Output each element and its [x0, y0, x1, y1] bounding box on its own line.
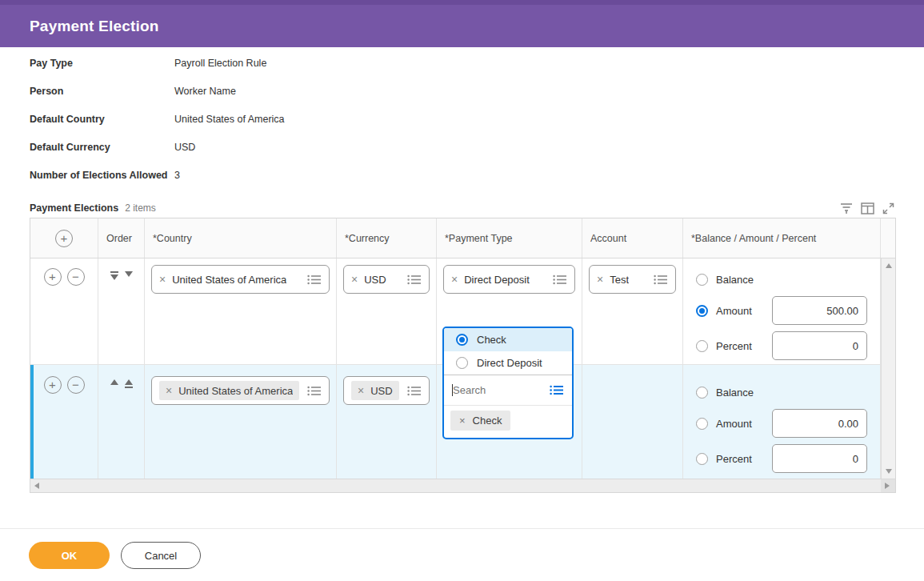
- remove-payment-type-icon[interactable]: ×: [451, 273, 458, 286]
- prompt-icon[interactable]: [407, 274, 422, 285]
- scroll-up-icon[interactable]: [886, 263, 892, 268]
- payment-election-page: Payment Election Pay Type Payroll Electi…: [0, 0, 924, 581]
- currency-chip: × USD: [351, 381, 399, 400]
- row1-country-cell: × United States of America: [145, 258, 337, 366]
- scrollbar-corner: [881, 479, 895, 492]
- selected-row-indicator: [30, 365, 34, 479]
- dropdown-option-direct-deposit[interactable]: Direct Deposit: [444, 351, 572, 375]
- ok-button[interactable]: OK: [29, 542, 110, 569]
- move-to-bottom-icon[interactable]: [110, 271, 118, 280]
- remove-currency-icon[interactable]: ×: [351, 273, 358, 286]
- grid-view-icon[interactable]: [861, 202, 874, 214]
- scroll-down-icon[interactable]: [886, 469, 892, 474]
- row2-percent-input[interactable]: [772, 444, 867, 473]
- prompt-icon[interactable]: [407, 386, 422, 396]
- grid-title: Payment Elections: [30, 202, 118, 214]
- grid-header-bar: Payment Elections 2 items: [30, 200, 894, 216]
- row1-percent-radio[interactable]: [696, 340, 708, 352]
- row2-remove-button[interactable]: −: [67, 376, 85, 394]
- prompt-icon[interactable]: [307, 386, 322, 396]
- row2-balance-radio[interactable]: [696, 387, 708, 399]
- column-header-country: *Country: [145, 218, 337, 258]
- row2-country-field[interactable]: × United States of America: [151, 376, 330, 405]
- remove-country-icon[interactable]: ×: [159, 273, 166, 286]
- row1-payment-type-field[interactable]: × Direct Deposit: [443, 265, 575, 294]
- row1-payment-type-value: Direct Deposit: [464, 274, 530, 286]
- move-to-top-icon[interactable]: [125, 379, 133, 388]
- pay-type-label: Pay Type: [30, 58, 174, 69]
- row1-amount-radio[interactable]: [696, 305, 708, 317]
- row1-remove-button[interactable]: −: [67, 268, 85, 286]
- move-down-icon[interactable]: [125, 271, 133, 280]
- vertical-scrollbar[interactable]: [881, 258, 895, 479]
- row1-country-field[interactable]: × United States of America: [151, 265, 330, 294]
- info-row-elections-allowed: Number of Elections Allowed 3: [30, 161, 285, 189]
- prompt-icon-active[interactable]: [550, 385, 564, 395]
- option-check-radio[interactable]: [456, 334, 468, 346]
- remove-chip-icon[interactable]: ×: [459, 415, 466, 427]
- search-input[interactable]: [453, 384, 550, 396]
- option-direct-deposit-radio[interactable]: [456, 357, 468, 369]
- default-country-label: Default Country: [30, 114, 174, 125]
- row1-account-cell: × Test: [582, 258, 683, 366]
- info-row-default-currency: Default Currency USD: [30, 133, 285, 161]
- filter-icon[interactable]: [840, 202, 853, 214]
- row2-country-value: United States of America: [178, 385, 293, 397]
- row1-country-value: United States of America: [172, 274, 286, 286]
- prompt-icon[interactable]: [654, 274, 668, 285]
- row1-actions-cell: + −: [30, 258, 98, 366]
- table-header-row: + Order *Country *Currency *Payment Type…: [30, 218, 895, 258]
- row1-account-field[interactable]: × Test: [589, 265, 676, 294]
- remove-currency-icon[interactable]: ×: [358, 384, 364, 397]
- scroll-left-icon[interactable]: [34, 483, 39, 489]
- column-header-account: Account: [582, 218, 683, 258]
- scroll-right-icon[interactable]: [885, 483, 890, 489]
- row2-amount-radio[interactable]: [696, 418, 708, 430]
- selected-chip-label: Check: [473, 415, 502, 427]
- row2-currency-value: USD: [370, 385, 392, 397]
- column-header-currency: *Currency: [337, 218, 437, 258]
- page-header-bar: Payment Election: [0, 0, 924, 47]
- person-label: Person: [30, 86, 174, 97]
- payment-type-dropdown: Check Direct Deposit × Check: [442, 327, 574, 439]
- info-row-person: Person Worker Name: [30, 77, 285, 105]
- remove-country-icon[interactable]: ×: [166, 384, 172, 397]
- elections-allowed-label: Number of Elections Allowed: [30, 170, 174, 181]
- row1-amount-radio-label: Amount: [716, 305, 762, 317]
- column-header-balance: *Balance / Amount / Percent: [683, 218, 881, 258]
- row2-amount-input[interactable]: [772, 409, 867, 438]
- row2-insert-button[interactable]: +: [44, 376, 62, 394]
- header-add-cell: +: [30, 218, 98, 258]
- person-value: Worker Name: [174, 86, 236, 97]
- country-chip: × United States of America: [159, 381, 299, 400]
- row2-percent-radio[interactable]: [696, 453, 708, 465]
- grid-item-count: 2 items: [125, 202, 156, 214]
- prompt-icon[interactable]: [307, 274, 322, 285]
- option-direct-deposit-label: Direct Deposit: [477, 357, 542, 369]
- row1-balance-radio[interactable]: [696, 274, 708, 286]
- grid-toolbar: [840, 202, 894, 214]
- expand-icon[interactable]: [882, 202, 894, 214]
- remove-account-icon[interactable]: ×: [597, 273, 603, 286]
- move-up-icon[interactable]: [110, 379, 118, 388]
- row1-insert-button[interactable]: +: [44, 268, 62, 286]
- selected-chip: × Check: [450, 411, 510, 431]
- row2-currency-field[interactable]: × USD: [343, 376, 430, 405]
- row1-currency-field[interactable]: × USD: [343, 265, 430, 294]
- row1-amount-input[interactable]: [772, 296, 867, 325]
- dropdown-search-row: [444, 375, 572, 405]
- row1-percent-radio-label: Percent: [716, 340, 762, 352]
- row1-percent-input[interactable]: [772, 331, 867, 360]
- header-scrollbar-cell: [881, 218, 895, 258]
- default-currency-value: USD: [174, 142, 195, 153]
- pay-type-value: Payroll Election Rule: [174, 58, 266, 69]
- row2-balance-radio-label: Balance: [716, 387, 762, 399]
- cancel-button[interactable]: Cancel: [121, 542, 201, 569]
- prompt-icon[interactable]: [553, 274, 567, 285]
- row2-account-cell: [582, 365, 683, 479]
- row2-currency-cell: × USD: [337, 365, 437, 479]
- add-row-button[interactable]: +: [55, 230, 73, 247]
- horizontal-scrollbar[interactable]: [30, 479, 881, 492]
- dropdown-option-check[interactable]: Check: [444, 328, 572, 351]
- row2-balance-cell: Balance Amount Percent: [683, 365, 881, 479]
